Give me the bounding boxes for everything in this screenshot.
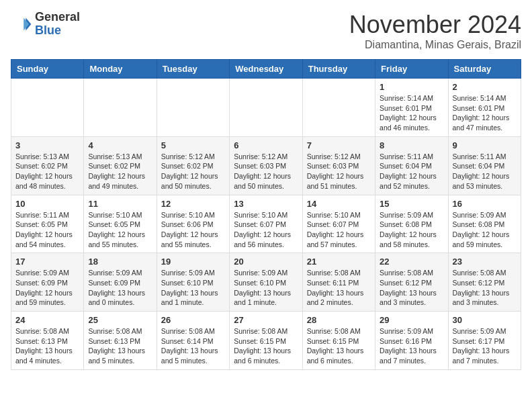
day-info: Sunrise: 5:10 AM Sunset: 6:07 PM Dayligh… xyxy=(307,210,371,250)
weekday-header-monday: Monday xyxy=(84,60,157,79)
day-info: Sunrise: 5:12 AM Sunset: 6:02 PM Dayligh… xyxy=(161,152,225,191)
day-number: 20 xyxy=(234,257,298,267)
calendar-cell: 27Sunrise: 5:08 AM Sunset: 6:15 PM Dayli… xyxy=(230,312,302,370)
day-number: 4 xyxy=(88,140,152,150)
weekday-header-saturday: Saturday xyxy=(448,60,521,79)
day-number: 8 xyxy=(380,140,443,150)
day-number: 24 xyxy=(15,315,79,325)
calendar-cell: 16Sunrise: 5:09 AM Sunset: 6:08 PM Dayli… xyxy=(448,195,521,253)
calendar-cell: 9Sunrise: 5:11 AM Sunset: 6:04 PM Daylig… xyxy=(448,136,521,195)
calendar-cell xyxy=(230,79,302,137)
day-info: Sunrise: 5:08 AM Sunset: 6:14 PM Dayligh… xyxy=(161,326,225,366)
day-info: Sunrise: 5:09 AM Sunset: 6:17 PM Dayligh… xyxy=(453,326,517,366)
logo-blue: Blue xyxy=(35,24,61,37)
calendar-week-1: 1Sunrise: 5:14 AM Sunset: 6:01 PM Daylig… xyxy=(11,79,521,137)
day-number: 26 xyxy=(161,315,225,325)
calendar-cell xyxy=(11,79,84,137)
calendar-cell: 29Sunrise: 5:09 AM Sunset: 6:16 PM Dayli… xyxy=(375,312,448,370)
calendar-cell: 14Sunrise: 5:10 AM Sunset: 6:07 PM Dayli… xyxy=(302,195,375,253)
calendar-cell: 19Sunrise: 5:09 AM Sunset: 6:10 PM Dayli… xyxy=(157,253,229,312)
calendar-cell xyxy=(84,79,157,137)
calendar-cell: 13Sunrise: 5:10 AM Sunset: 6:07 PM Dayli… xyxy=(230,195,302,253)
logo-icon xyxy=(11,13,32,35)
calendar-cell: 28Sunrise: 5:08 AM Sunset: 6:15 PM Dayli… xyxy=(302,312,375,370)
day-info: Sunrise: 5:13 AM Sunset: 6:02 PM Dayligh… xyxy=(88,152,152,191)
calendar-cell: 17Sunrise: 5:09 AM Sunset: 6:09 PM Dayli… xyxy=(11,253,84,312)
calendar-cell xyxy=(302,79,375,137)
day-info: Sunrise: 5:10 AM Sunset: 6:05 PM Dayligh… xyxy=(88,210,152,250)
calendar-cell: 20Sunrise: 5:09 AM Sunset: 6:10 PM Dayli… xyxy=(230,253,302,312)
day-number: 22 xyxy=(380,257,443,267)
day-info: Sunrise: 5:12 AM Sunset: 6:03 PM Dayligh… xyxy=(234,152,298,191)
day-number: 27 xyxy=(234,315,298,325)
day-info: Sunrise: 5:14 AM Sunset: 6:01 PM Dayligh… xyxy=(380,93,443,133)
day-info: Sunrise: 5:10 AM Sunset: 6:06 PM Dayligh… xyxy=(161,210,225,250)
calendar-cell: 26Sunrise: 5:08 AM Sunset: 6:14 PM Dayli… xyxy=(157,312,229,370)
logo-general: General xyxy=(35,10,80,24)
day-number: 12 xyxy=(161,199,225,209)
month-title: November 2024 xyxy=(349,11,521,39)
calendar-cell: 30Sunrise: 5:09 AM Sunset: 6:17 PM Dayli… xyxy=(448,312,521,370)
weekday-header-row: SundayMondayTuesdayWednesdayThursdayFrid… xyxy=(11,60,521,79)
day-info: Sunrise: 5:09 AM Sunset: 6:08 PM Dayligh… xyxy=(453,210,517,250)
day-info: Sunrise: 5:08 AM Sunset: 6:13 PM Dayligh… xyxy=(15,326,79,366)
day-number: 30 xyxy=(453,315,517,325)
day-info: Sunrise: 5:13 AM Sunset: 6:02 PM Dayligh… xyxy=(15,152,79,191)
calendar-cell: 18Sunrise: 5:09 AM Sunset: 6:09 PM Dayli… xyxy=(84,253,157,312)
calendar-cell: 11Sunrise: 5:10 AM Sunset: 6:05 PM Dayli… xyxy=(84,195,157,253)
calendar-week-3: 10Sunrise: 5:11 AM Sunset: 6:05 PM Dayli… xyxy=(11,195,521,253)
calendar-week-5: 24Sunrise: 5:08 AM Sunset: 6:13 PM Dayli… xyxy=(11,312,521,370)
calendar-cell: 25Sunrise: 5:08 AM Sunset: 6:13 PM Dayli… xyxy=(84,312,157,370)
day-info: Sunrise: 5:10 AM Sunset: 6:07 PM Dayligh… xyxy=(234,210,298,250)
day-number: 2 xyxy=(453,82,517,92)
calendar-cell: 10Sunrise: 5:11 AM Sunset: 6:05 PM Dayli… xyxy=(11,195,84,253)
day-number: 13 xyxy=(234,199,298,209)
day-number: 28 xyxy=(307,315,371,325)
day-number: 7 xyxy=(307,140,371,150)
calendar-cell: 4Sunrise: 5:13 AM Sunset: 6:02 PM Daylig… xyxy=(84,136,157,195)
day-number: 10 xyxy=(15,199,79,209)
day-info: Sunrise: 5:08 AM Sunset: 6:12 PM Dayligh… xyxy=(453,268,517,308)
day-number: 15 xyxy=(380,199,443,209)
calendar-cell: 23Sunrise: 5:08 AM Sunset: 6:12 PM Dayli… xyxy=(448,253,521,312)
day-info: Sunrise: 5:09 AM Sunset: 6:10 PM Dayligh… xyxy=(161,268,225,308)
calendar-cell: 5Sunrise: 5:12 AM Sunset: 6:02 PM Daylig… xyxy=(157,136,229,195)
page-header: General Blue November 2024 Diamantina, M… xyxy=(11,11,521,51)
day-number: 14 xyxy=(307,199,371,209)
day-info: Sunrise: 5:11 AM Sunset: 6:04 PM Dayligh… xyxy=(453,152,517,191)
calendar-cell: 21Sunrise: 5:08 AM Sunset: 6:11 PM Dayli… xyxy=(302,253,375,312)
day-number: 18 xyxy=(88,257,152,267)
weekday-header-tuesday: Tuesday xyxy=(157,60,229,79)
day-number: 9 xyxy=(453,140,517,150)
calendar-cell: 24Sunrise: 5:08 AM Sunset: 6:13 PM Dayli… xyxy=(11,312,84,370)
day-number: 3 xyxy=(15,140,79,150)
calendar-table: SundayMondayTuesdayWednesdayThursdayFrid… xyxy=(11,59,521,370)
calendar-cell xyxy=(157,79,229,137)
day-info: Sunrise: 5:08 AM Sunset: 6:15 PM Dayligh… xyxy=(234,326,298,366)
day-number: 11 xyxy=(88,199,152,209)
day-number: 29 xyxy=(380,315,443,325)
day-number: 17 xyxy=(15,257,79,267)
calendar-cell: 2Sunrise: 5:14 AM Sunset: 6:01 PM Daylig… xyxy=(448,79,521,137)
weekday-header-friday: Friday xyxy=(375,60,448,79)
calendar-cell: 3Sunrise: 5:13 AM Sunset: 6:02 PM Daylig… xyxy=(11,136,84,195)
calendar-cell: 22Sunrise: 5:08 AM Sunset: 6:12 PM Dayli… xyxy=(375,253,448,312)
day-number: 25 xyxy=(88,315,152,325)
day-info: Sunrise: 5:08 AM Sunset: 6:13 PM Dayligh… xyxy=(88,326,152,366)
day-number: 23 xyxy=(453,257,517,267)
day-info: Sunrise: 5:12 AM Sunset: 6:03 PM Dayligh… xyxy=(307,152,371,191)
logo-text: General Blue xyxy=(35,11,80,38)
calendar-week-4: 17Sunrise: 5:09 AM Sunset: 6:09 PM Dayli… xyxy=(11,253,521,312)
calendar-cell: 6Sunrise: 5:12 AM Sunset: 6:03 PM Daylig… xyxy=(230,136,302,195)
day-info: Sunrise: 5:09 AM Sunset: 6:08 PM Dayligh… xyxy=(380,210,443,250)
day-info: Sunrise: 5:09 AM Sunset: 6:10 PM Dayligh… xyxy=(234,268,298,308)
weekday-header-sunday: Sunday xyxy=(11,60,84,79)
day-info: Sunrise: 5:11 AM Sunset: 6:05 PM Dayligh… xyxy=(15,210,79,250)
weekday-header-thursday: Thursday xyxy=(302,60,375,79)
day-number: 5 xyxy=(161,140,225,150)
logo: General Blue xyxy=(11,11,80,38)
day-info: Sunrise: 5:09 AM Sunset: 6:09 PM Dayligh… xyxy=(15,268,79,308)
title-block: November 2024 Diamantina, Minas Gerais, … xyxy=(349,11,521,51)
calendar-cell: 1Sunrise: 5:14 AM Sunset: 6:01 PM Daylig… xyxy=(375,79,448,137)
day-number: 19 xyxy=(161,257,225,267)
